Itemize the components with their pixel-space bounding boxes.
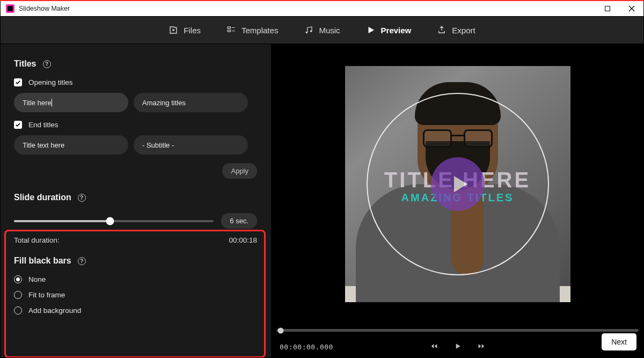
- radio-none[interactable]: [14, 275, 22, 283]
- nav-templates[interactable]: Templates: [226, 25, 278, 35]
- svg-rect-0: [228, 27, 230, 28]
- nav-music-label: Music: [319, 26, 340, 35]
- nav-files[interactable]: Files: [169, 25, 201, 35]
- files-icon: [169, 25, 178, 35]
- templates-icon: [226, 25, 236, 35]
- svg-rect-1: [228, 30, 230, 32]
- nav-export-label: Export: [452, 26, 475, 35]
- svg-point-2: [306, 32, 308, 33]
- nav-music[interactable]: Music: [304, 25, 340, 35]
- apply-button[interactable]: Apply: [222, 163, 257, 179]
- nav-files-label: Files: [184, 26, 201, 35]
- timeline-thumb[interactable]: [278, 327, 284, 333]
- nav-export[interactable]: Export: [437, 25, 475, 35]
- fill-none-row[interactable]: None: [14, 275, 257, 283]
- opening-titles-checkbox[interactable]: [14, 78, 22, 86]
- title-input[interactable]: Title here: [14, 93, 128, 112]
- maximize-button[interactable]: [595, 1, 619, 16]
- total-duration-label: Total duration:: [14, 236, 60, 244]
- play-pause-button[interactable]: [453, 342, 462, 352]
- help-icon[interactable]: ?: [78, 194, 86, 202]
- preview-stage: TITLE HERE AMAZING TITLES: [271, 44, 644, 324]
- nav-templates-label: Templates: [241, 26, 278, 35]
- preview-panel: TITLE HERE AMAZING TITLES 00:00:00.000: [271, 44, 644, 358]
- slider-thumb[interactable]: [106, 217, 114, 225]
- close-button[interactable]: [619, 1, 643, 16]
- help-icon[interactable]: ?: [78, 257, 86, 265]
- end-titles-row[interactable]: End titles: [14, 121, 257, 129]
- preview-image: TITLE HERE AMAZING TITLES: [345, 66, 570, 302]
- duration-slider[interactable]: [14, 220, 214, 222]
- forward-button[interactable]: [477, 342, 486, 352]
- app-title: Slideshow Maker: [19, 5, 70, 12]
- fill-none-label: None: [28, 275, 46, 283]
- nav-preview-label: Preview: [381, 26, 412, 35]
- slide-duration-heading: Slide duration: [14, 193, 71, 202]
- timeline[interactable]: [271, 324, 644, 335]
- music-icon: [304, 25, 313, 35]
- end-subtitle-input[interactable]: - Subtitle -: [134, 135, 248, 155]
- nav-preview[interactable]: Preview: [366, 25, 412, 35]
- fill-fit-row[interactable]: Fit to frame: [14, 291, 257, 299]
- fill-addbg-row[interactable]: Add background: [14, 306, 257, 315]
- end-titles-checkbox[interactable]: [14, 121, 22, 129]
- rewind-button[interactable]: [430, 342, 438, 352]
- radio-addbg[interactable]: [14, 306, 22, 315]
- timecode: 00:00:00.000: [280, 343, 333, 351]
- titles-heading-row: Titles ?: [14, 59, 257, 69]
- opening-titles-label: Opening titles: [28, 78, 73, 86]
- opening-titles-row[interactable]: Opening titles: [14, 78, 257, 86]
- next-button[interactable]: Next: [602, 333, 636, 350]
- radio-fit[interactable]: [14, 291, 22, 299]
- app-icon: [6, 4, 14, 13]
- fill-fit-label: Fit to frame: [28, 291, 65, 299]
- end-titles-label: End titles: [28, 121, 58, 129]
- playback-controls: 00:00:00.000: [271, 335, 644, 358]
- play-button[interactable]: [431, 157, 485, 211]
- preview-icon: [366, 25, 376, 35]
- slide-duration-heading-row: Slide duration ?: [14, 193, 257, 202]
- duration-value: 6 sec.: [221, 213, 257, 229]
- settings-panel: Titles ? Opening titles Title here Amazi…: [0, 44, 271, 358]
- help-icon[interactable]: ?: [43, 60, 51, 68]
- window-controls: [595, 1, 643, 16]
- subtitle-input[interactable]: Amazing titles: [134, 93, 248, 112]
- export-icon: [437, 25, 447, 35]
- end-title-input[interactable]: Title text here: [14, 135, 128, 155]
- titles-heading: Titles: [14, 59, 36, 69]
- fill-addbg-label: Add background: [28, 306, 81, 315]
- fill-heading: Fill black bars: [14, 256, 71, 266]
- total-duration-value: 00:00:18: [229, 236, 257, 244]
- titlebar: Slideshow Maker: [0, 0, 644, 16]
- fill-heading-row: Fill black bars ?: [14, 256, 257, 266]
- top-nav: Files Templates Music Preview Export: [0, 16, 644, 44]
- svg-point-3: [310, 31, 312, 32]
